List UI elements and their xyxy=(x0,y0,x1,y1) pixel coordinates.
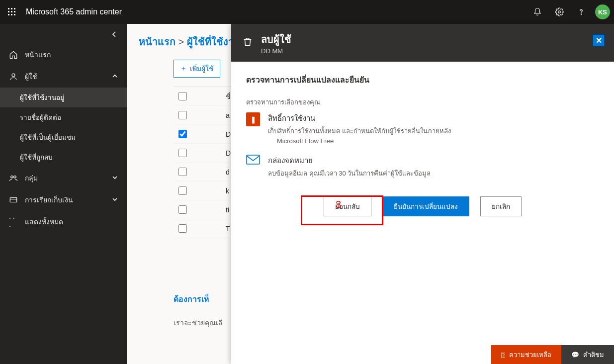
need-help-button[interactable]: ⍰ ความช่วยเหลือ xyxy=(491,345,561,364)
sidebar-label: รายชื่อผู้ติดต่อ xyxy=(20,112,61,123)
breadcrumb-separator: > xyxy=(178,36,187,47)
app-launcher-icon[interactable] xyxy=(4,4,20,20)
sidebar-label: การเรียกเก็บเงิน xyxy=(25,194,73,205)
delete-user-panel: ลบผู้ใช้ DD MM ✕ ตรวจทานการเปลี่ยนแปลงแล… xyxy=(231,24,614,364)
annotation-box xyxy=(301,195,383,225)
sidebar-nav: หน้าแรก ผู้ใช้ ผู้ใช้ที่ใช้งานอยู่ รายชื… xyxy=(0,24,127,364)
row-name-initial: D xyxy=(226,130,231,138)
svg-rect-1 xyxy=(11,8,12,9)
billing-icon xyxy=(9,195,18,204)
sidebar-item-home[interactable]: หน้าแรก xyxy=(0,44,127,66)
row-name-initial: k xyxy=(226,187,229,195)
more-icon: · · · xyxy=(9,217,18,226)
select-all-checkbox[interactable] xyxy=(178,92,187,100)
chevron-down-icon xyxy=(112,196,118,204)
sidebar-label: ผู้ใช้ xyxy=(25,71,37,82)
feedback-button[interactable]: 💬 คำติชม xyxy=(561,345,614,364)
cancel-button[interactable]: ยกเลิก xyxy=(480,196,522,216)
chat-icon: 💬 xyxy=(571,351,579,359)
sidebar-label: ผู้ใช้ที่ใช้งานอยู่ xyxy=(20,92,64,103)
sidebar-collapse-icon[interactable] xyxy=(0,31,127,44)
panel-buttons: ย้อนกลับ ยืนยันการเปลี่ยนแปลง ยกเลิก xyxy=(246,196,599,216)
app-header: Microsoft 365 admin center KS xyxy=(0,0,614,24)
row-name-initial: d xyxy=(226,168,230,176)
need-help-label: ความช่วยเหลือ xyxy=(509,350,551,360)
user-avatar[interactable]: KS xyxy=(595,4,610,19)
sidebar-item-groups[interactable]: กลุ่ม xyxy=(0,167,127,189)
svg-point-10 xyxy=(581,14,581,14)
row-checkbox[interactable] xyxy=(178,168,187,176)
svg-rect-6 xyxy=(8,14,9,15)
feedback-label: คำติชม xyxy=(583,350,604,360)
help-icon[interactable] xyxy=(571,2,591,22)
row-name-initial: ti xyxy=(226,206,229,214)
svg-rect-4 xyxy=(11,11,12,12)
plus-icon: ＋ xyxy=(180,64,187,73)
panel-title: ลบผู้ใช้ xyxy=(261,31,291,47)
svg-rect-14 xyxy=(10,198,17,202)
close-panel-button[interactable]: ✕ xyxy=(592,34,605,47)
app-title: Microsoft 365 admin center xyxy=(26,7,527,16)
header-actions: KS xyxy=(527,2,610,22)
annotation-number: 3 xyxy=(336,199,341,210)
svg-rect-8 xyxy=(14,14,15,15)
svg-point-9 xyxy=(558,11,561,13)
license-title: สิทธิ์การใช้งาน xyxy=(268,112,451,124)
row-checkbox[interactable] xyxy=(178,224,187,233)
sidebar-item-deleted-users[interactable]: ผู้ใช้ที่ถูกลบ xyxy=(0,147,127,167)
row-checkbox[interactable] xyxy=(178,186,187,195)
row-checkbox[interactable] xyxy=(178,205,187,214)
office-icon: ❚ xyxy=(246,112,260,126)
row-checkbox[interactable] xyxy=(178,130,187,138)
mail-icon xyxy=(246,155,260,169)
row-name-initial: D xyxy=(226,149,231,157)
settings-icon[interactable] xyxy=(549,2,569,22)
user-icon xyxy=(9,72,18,81)
trash-icon xyxy=(242,36,253,49)
panel-body: ตรวจทานการเปลี่ยนแปลงและยืนยัน ตรวจทานกา… xyxy=(231,62,614,364)
svg-rect-2 xyxy=(14,8,15,9)
help-bar: ⍰ ความช่วยเหลือ 💬 คำติชม xyxy=(491,345,614,364)
sidebar-item-show-all[interactable]: · · · แสดงทั้งหมด xyxy=(0,211,127,233)
panel-subtitle: DD MM xyxy=(261,47,291,55)
row-name-initial: T xyxy=(226,225,230,233)
license-product: Microsoft Flow Free xyxy=(268,136,451,146)
chevron-down-icon xyxy=(112,174,118,182)
row-name-initial: a xyxy=(226,111,230,119)
notifications-icon[interactable] xyxy=(527,2,547,22)
mailbox-desc: ลบข้อมูลอีเมล คุณมีเวลา 30 วันในการคืนค่… xyxy=(268,169,431,179)
home-icon xyxy=(9,50,18,59)
groups-icon xyxy=(9,174,18,182)
help-circle-icon: ⍰ xyxy=(501,351,505,359)
chevron-up-icon xyxy=(112,73,118,81)
row-checkbox[interactable] xyxy=(178,149,187,157)
sidebar-label: กลุ่ม xyxy=(25,173,38,183)
sidebar-item-guest-users[interactable]: ผู้ใช้ที่เป็นผู้เยี่ยมชม xyxy=(0,127,127,147)
svg-point-12 xyxy=(11,176,13,179)
mailbox-section: กล่องจดหมาย ลบข้อมูลอีเมล คุณมีเวลา 30 ว… xyxy=(246,155,599,179)
panel-header: ลบผู้ใช้ DD MM ✕ xyxy=(231,24,614,62)
review-label: ตรวจทานการเลือกของคุณ xyxy=(246,97,599,107)
add-user-label: เพิ่มผู้ใช้ xyxy=(190,63,214,74)
breadcrumb-home[interactable]: หน้าแรก xyxy=(139,36,175,47)
add-user-button[interactable]: ＋ เพิ่มผู้ใช้ xyxy=(174,60,220,78)
svg-rect-7 xyxy=(11,14,12,15)
sidebar-item-contacts[interactable]: รายชื่อผู้ติดต่อ xyxy=(0,107,127,127)
breadcrumb-current: ผู้ใช้ที่ใช้งา xyxy=(187,36,234,47)
svg-rect-5 xyxy=(14,11,15,12)
column-name: ชื่ xyxy=(226,91,231,102)
panel-heading: ตรวจทานการเปลี่ยนแปลงและยืนยัน xyxy=(246,74,599,86)
svg-rect-3 xyxy=(8,11,9,12)
svg-point-11 xyxy=(12,74,15,77)
sidebar-label: ผู้ใช้ที่ถูกลบ xyxy=(20,152,53,163)
sidebar-item-billing[interactable]: การเรียกเก็บเงิน xyxy=(0,189,127,211)
row-checkbox[interactable] xyxy=(178,111,187,119)
sidebar-label: แสดงทั้งหมด xyxy=(25,216,63,227)
sidebar-item-users[interactable]: ผู้ใช้ xyxy=(0,66,127,88)
mailbox-title: กล่องจดหมาย xyxy=(268,155,431,167)
license-section: ❚ สิทธิ์การใช้งาน เก็บสิทธิ์การใช้งานทั้… xyxy=(246,112,599,146)
license-desc: เก็บสิทธิ์การใช้งานทั้งหมด และกำหนดให้กั… xyxy=(268,126,451,136)
sidebar-item-active-users[interactable]: ผู้ใช้ที่ใช้งานอยู่ xyxy=(0,88,127,107)
confirm-button[interactable]: ยืนยันการเปลี่ยนแปลง xyxy=(382,196,469,216)
svg-rect-0 xyxy=(8,8,9,9)
